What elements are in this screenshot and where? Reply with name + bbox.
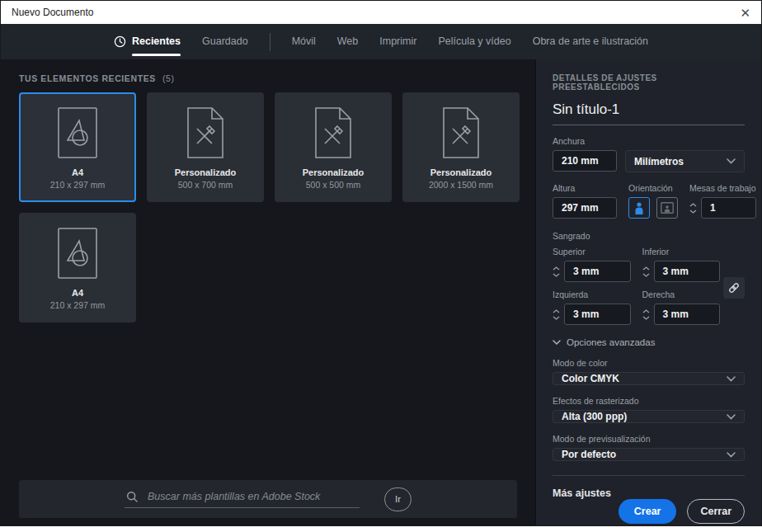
tab-obra-de-arte[interactable]: Obra de arte e ilustración (533, 35, 648, 49)
custom-document-icon (313, 94, 354, 167)
bleed-bottom-field[interactable]: 3 mm (654, 261, 721, 282)
bleed-left-stepper[interactable] (553, 309, 560, 320)
orientation-label: Orientación (628, 183, 678, 193)
bleed-right-field[interactable]: 3 mm (654, 304, 721, 325)
preview-mode-dropdown[interactable]: Por defecto (553, 448, 745, 461)
recent-item-personalizado-2000x1500[interactable]: Personalizado 2000 x 1500 mm (402, 92, 520, 202)
preset-details-header: DETALLES DE AJUSTES PREESTABLECIDOS (553, 73, 745, 92)
raster-effects-label: Efectos de rasterizado (553, 396, 745, 406)
bleed-link-button[interactable] (723, 277, 745, 299)
title-bar: Nuevo Documento ✕ (1, 1, 761, 24)
bleed-left-field[interactable]: 3 mm (564, 304, 631, 325)
tab-label: Recientes (132, 35, 181, 49)
recent-items-title: TUS ELEMENTOS RECIENTES (19, 73, 156, 83)
art-document-icon (57, 214, 98, 288)
bleed-label: Sangrado (553, 231, 745, 241)
tab-label: Obra de arte e ilustración (533, 35, 648, 49)
preset-details-panel: DETALLES DE AJUSTES PREESTABLECIDOS Sin … (535, 59, 761, 525)
chevron-down-icon (553, 340, 561, 345)
recent-item-personalizado-500x500[interactable]: Personalizado 500 x 500 mm (275, 92, 392, 202)
chevron-down-icon (727, 158, 736, 164)
link-icon (727, 281, 741, 294)
panel-divider (553, 475, 745, 476)
tab-guardado[interactable]: Guardado (202, 35, 248, 49)
preset-size: 500 x 500 mm (306, 180, 361, 190)
portrait-icon (633, 201, 645, 214)
recent-item-a4[interactable]: A4 210 x 297 mm (19, 213, 136, 322)
preview-mode-value: Por defecto (562, 449, 616, 460)
color-mode-label: Modo de color (553, 358, 745, 368)
units-value: Milímetros (634, 156, 684, 167)
tab-label: Móvil (292, 35, 316, 49)
search-input[interactable] (146, 490, 356, 503)
raster-effects-value: Alta (300 ppp) (562, 411, 627, 422)
bleed-right-stepper[interactable] (642, 309, 650, 320)
preset-name: Personalizado (175, 167, 237, 177)
document-name-input[interactable]: Sin título-1 (553, 101, 745, 125)
artboards-label: Mesas de trabajo (689, 183, 756, 193)
chevron-down-icon (727, 452, 736, 458)
tab-label: Película y vídeo (438, 35, 510, 49)
tab-label: Imprimir (379, 35, 416, 49)
adobe-stock-search-bar: Ir (19, 480, 517, 518)
bleed-right-label: Derecha (642, 290, 721, 299)
raster-effects-dropdown[interactable]: Alta (300 ppp) (553, 410, 745, 423)
tab-recientes[interactable]: Recientes (114, 35, 181, 49)
search-field[interactable] (125, 490, 360, 508)
tab-imprimir[interactable]: Imprimir (379, 35, 416, 49)
recent-item-a4-selected[interactable]: A4 210 x 297 mm (19, 92, 136, 202)
recent-items-panel: TUS ELEMENTOS RECIENTES(5) A4 210 x 297 … (1, 59, 535, 525)
width-label: Anchura (553, 136, 745, 146)
preset-name: A4 (72, 167, 83, 177)
preset-size: 2000 x 1500 mm (429, 180, 493, 190)
preview-mode-label: Modo de previsualización (553, 434, 745, 444)
orientation-landscape-button[interactable] (656, 197, 678, 219)
advanced-options-label: Opciones avanzadas (567, 337, 655, 347)
search-icon (126, 491, 139, 503)
bleed-top-label: Superior (553, 247, 631, 257)
tab-label: Web (337, 35, 358, 49)
height-field[interactable]: 297 mm (553, 197, 617, 219)
artboards-field[interactable]: 1 (701, 197, 756, 219)
tab-divider (270, 33, 270, 51)
close-button[interactable]: Cerrar (687, 499, 745, 524)
tab-web[interactable]: Web (337, 35, 358, 49)
recent-item-personalizado-500x700[interactable]: Personalizado 500 x 700 mm (147, 92, 264, 202)
bleed-top-stepper[interactable] (553, 266, 560, 277)
search-go-button[interactable]: Ir (384, 487, 412, 511)
custom-document-icon (185, 94, 226, 167)
color-mode-value: Color CMYK (562, 373, 619, 384)
window-title: Nuevo Documento (12, 7, 93, 18)
more-settings-link[interactable]: Más ajustes (553, 487, 745, 499)
preset-name: A4 (72, 288, 83, 298)
custom-document-icon (440, 94, 482, 167)
artboards-stepper[interactable] (689, 203, 697, 214)
chevron-down-icon (727, 414, 736, 420)
bleed-top-field[interactable]: 3 mm (564, 261, 631, 282)
orientation-portrait-button[interactable] (628, 197, 650, 219)
tab-label: Guardado (202, 35, 248, 49)
close-icon[interactable]: ✕ (740, 7, 750, 19)
clock-icon (114, 35, 126, 48)
preset-name: Personalizado (430, 167, 492, 177)
color-mode-dropdown[interactable]: Color CMYK (553, 372, 745, 385)
bleed-left-label: Izquierda (553, 290, 631, 299)
create-button[interactable]: Crear (619, 499, 677, 524)
recent-items-grid: A4 210 x 297 mm Personalizado 500 x 700 … (19, 92, 520, 322)
tab-bar: Recientes Guardado Móvil Web Imprimir Pe… (1, 24, 761, 59)
preset-size: 210 x 297 mm (50, 300, 106, 310)
width-field[interactable]: 210 mm (553, 150, 617, 172)
height-label: Altura (553, 183, 617, 193)
bleed-bottom-label: Inferior (642, 247, 721, 257)
preset-size: 500 x 700 mm (178, 180, 233, 190)
preset-size: 210 x 297 mm (50, 180, 106, 190)
units-dropdown[interactable]: Milímetros (625, 150, 745, 172)
landscape-icon (661, 202, 674, 214)
tab-pelicula-y-video[interactable]: Película y vídeo (438, 35, 510, 49)
recent-items-header: TUS ELEMENTOS RECIENTES(5) (19, 73, 535, 83)
tab-movil[interactable]: Móvil (292, 35, 316, 49)
recent-items-count: (5) (162, 73, 175, 83)
preset-name: Personalizado (303, 167, 365, 177)
bleed-bottom-stepper[interactable] (642, 266, 650, 277)
advanced-options-toggle[interactable]: Opciones avanzadas (553, 337, 745, 347)
